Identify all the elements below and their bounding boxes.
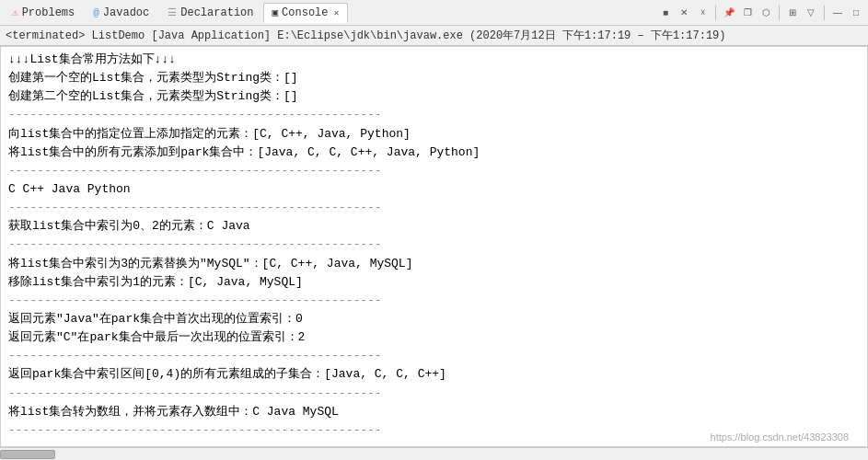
hscroll-thumb[interactable] [0, 450, 55, 459]
tab-problems-label: Problems [22, 6, 75, 19]
console-line: ----------------------------------------… [8, 347, 860, 365]
tab-declaration-label: Declaration [180, 6, 253, 19]
console-line: ----------------------------------------… [8, 162, 860, 180]
console-line: 创建第一个空的List集合，元素类型为String类：[] [8, 69, 860, 87]
console-line: ----------------------------------------… [8, 236, 860, 254]
console-line: 将list集合中索引为3的元素替换为"MySQL"：[C, C++, Java,… [8, 255, 860, 273]
console-line: ----------------------------------------… [8, 385, 860, 403]
tab-javadoc-label: Javadoc [103, 6, 149, 19]
minimize-button[interactable]: — [829, 5, 846, 21]
toolbar-separator-1 [715, 6, 716, 20]
close-icon[interactable]: ✕ [334, 7, 340, 18]
hscroll-track[interactable] [0, 448, 868, 460]
horizontal-scrollbar[interactable] [0, 447, 868, 460]
console-line: 将list集合中的所有元素添加到park集合中：[Java, C, C, C++… [8, 144, 860, 162]
console-line: 移除list集合中索引为1的元素：[C, Java, MySQL] [8, 273, 860, 292]
pin-button[interactable]: 📌 [721, 5, 737, 21]
console-output[interactable]: ↓↓↓List集合常用方法如下↓↓↓创建第一个空的List集合，元素类型为Str… [0, 46, 868, 447]
tab-bar: ⚠ Problems @ Javadoc ☰ Declaration ▣ Con… [0, 0, 868, 26]
view-menu-button[interactable]: ▽ [803, 5, 819, 21]
toolbar-buttons: ■ ✕ ☓ 📌 ❐ ⬡ ⊞ ▽ — □ [657, 5, 864, 21]
tab-console[interactable]: ▣ Console ✕ [263, 3, 347, 23]
console-line: 将list集合转为数组，并将元素存入数组中：C Java MySQL [8, 403, 860, 421]
layout-button-2[interactable]: ⬡ [758, 5, 774, 21]
toolbar-separator-2 [779, 6, 780, 20]
scroll-lock-button[interactable]: ☓ [694, 5, 711, 21]
console-line: ----------------------------------------… [8, 292, 860, 310]
status-bar: <terminated> ListDemo [Java Application]… [0, 26, 868, 46]
console-line: C C++ Java Python [8, 180, 860, 199]
declaration-icon: ☰ [168, 6, 177, 18]
toolbar-separator-3 [824, 6, 825, 20]
maximize-button[interactable]: □ [848, 5, 864, 21]
tab-declaration[interactable]: ☰ Declaration [159, 3, 261, 23]
tab-group: ⚠ Problems @ Javadoc ☰ Declaration ▣ Con… [4, 3, 348, 23]
layout-button-1[interactable]: ❐ [739, 5, 756, 21]
console-line: 获取list集合中索引为0、2的元素：C Java [8, 217, 860, 236]
console-line: ----------------------------------------… [8, 421, 860, 440]
console-line: 创建第二个空的List集合，元素类型为String类：[] [8, 87, 860, 106]
problems-icon: ⚠ [12, 6, 18, 18]
console-line: 向list集合中的指定位置上添加指定的元素：[C, C++, Java, Pyt… [8, 125, 860, 144]
new-console-button[interactable]: ⊞ [784, 5, 801, 21]
console-line: 返回park集合中索引区间[0,4)的所有元素组成的子集合：[Java, C, … [8, 365, 860, 384]
tab-console-label: Console [282, 6, 328, 19]
console-line: ----------------------------------------… [8, 106, 860, 124]
tab-javadoc[interactable]: @ Javadoc [85, 3, 157, 23]
tab-problems[interactable]: ⚠ Problems [4, 3, 83, 23]
console-line: 返回元素"C"在park集合中最后一次出现的位置索引：2 [8, 328, 860, 347]
stop-button[interactable]: ■ [657, 5, 674, 21]
status-text: <terminated> ListDemo [Java Application]… [6, 28, 726, 43]
console-line: ↓↓↓List集合常用方法如下↓↓↓ [8, 51, 860, 69]
clear-button[interactable]: ✕ [676, 5, 692, 21]
console-line: 返回元素"Java"在park集合中首次出现的位置索引：0 [8, 310, 860, 328]
javadoc-icon: @ [93, 7, 99, 18]
console-line: ----------------------------------------… [8, 199, 860, 217]
console-icon: ▣ [272, 6, 278, 18]
